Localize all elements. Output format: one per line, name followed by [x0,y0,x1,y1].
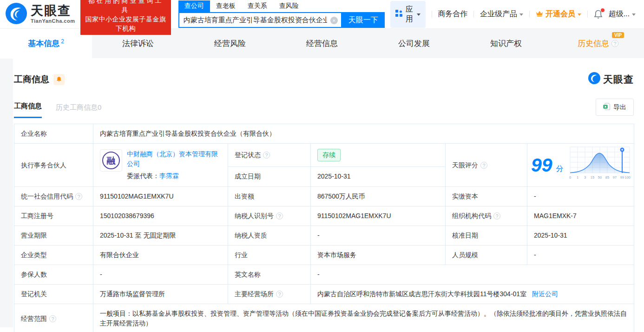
search-tab-boss[interactable]: 查老板 [210,0,242,12]
cooperation-label: 商务合作 [438,9,467,19]
question-icon[interactable]: ? [493,212,500,219]
apps-label: 应用 [406,5,414,24]
notification-bell-icon[interactable] [594,10,603,19]
vip-badge: VIP [612,32,624,38]
term-label: 营业期限 [14,226,93,246]
table-row: 企业名称 内蒙古培育重点产业引导基金股权投资合伙企业（有限合伙） [14,124,634,144]
tab-basic-info[interactable]: 基本信息 2 [0,29,92,58]
credit-code-label: 统一社会信用代码? [14,187,93,206]
partner-logo[interactable]: 融 [100,149,122,172]
reg-status-label: 登记状态? [228,144,311,167]
search-tab-relation[interactable]: 查关系 [242,0,273,12]
table-row: 企业类型 有限合伙企业 行业 资本市场服务 人员规模 - [14,246,634,265]
top-header: 天眼查 TianYanCha.com 都在用的商业查询工具 国家中小企业发展子基… [0,0,644,29]
company-name-label: 企业名称 [14,124,93,144]
approval-date-value: 2025-10-31 [527,226,634,246]
menu-open-vip[interactable]: 开通会员 [536,9,581,19]
question-icon[interactable]: ? [276,291,283,298]
rep-link[interactable]: 李霈霖 [159,172,179,179]
rep-label: 委派代表： [127,172,159,179]
super-vip-label: 超级... [609,9,630,19]
staff-size-label: 人员规模 [446,246,527,265]
label-text: 统一社会信用代码 [21,192,73,201]
question-icon[interactable]: ? [276,212,283,219]
tab-label: 历史信息 [578,38,609,49]
menu-enterprise[interactable]: 企业级产品 [480,9,523,19]
score-unit: 分 [556,164,564,173]
question-icon[interactable]: ? [263,152,270,159]
search-input[interactable] [179,13,341,27]
org-code-value: MAG1EMXK-7 [527,206,634,226]
question-icon[interactable]: ? [49,315,56,322]
export-label: 导出 [613,103,626,112]
partner-company-link[interactable]: 中财融商（北京）资本管理有限公司 [127,150,218,167]
score-cell[interactable]: 99 分 [527,144,634,187]
business-scope-value: 一般项目：以私募基金从事股权投资、投资管理、资产管理等活动（须在中国证券投资基金… [93,304,634,332]
search-row: × 天眼一下 [178,12,385,28]
divider [529,11,530,18]
tab-company-development[interactable]: 公司发展 [368,29,460,58]
svg-text:100: 100 [624,175,631,179]
tab-intellectual-property[interactable]: 知识产权 [460,29,552,58]
subtab-label: 历史工商信息 [56,103,98,111]
tianyancha-logo[interactable]: 天眼查 TianYanCha.com [6,3,75,26]
paid-capital-label: 实缴资本 [446,187,527,206]
svg-text:3: 3 [584,175,586,179]
company-name-value: 内蒙古培育重点产业引导基金股权投资合伙企业（有限合伙） [93,124,634,144]
export-button[interactable]: 导出 [596,99,634,116]
crown-icon [536,10,543,19]
company-type-label: 企业类型 [14,246,93,265]
partner-logo-char: 融 [102,152,120,169]
tab-count: 2 [61,38,64,45]
tab-label: 基本信息 [28,38,59,49]
score-value: 99 [531,156,552,175]
tab-operation-risk[interactable]: 经营风险 [184,29,276,58]
apps-grid-icon [395,10,402,19]
section-title: 工商信息 [14,73,49,86]
apps-menu[interactable]: 应用 [390,1,426,28]
subtab-count: 0 [98,103,101,111]
divider [587,11,588,18]
question-icon[interactable]: ? [611,40,618,47]
chevron-down-icon [578,13,581,18]
insured-label: 参保人数 [14,265,93,285]
svg-text:50: 50 [598,175,601,179]
svg-text:99: 99 [620,175,624,179]
search-tab-risk[interactable]: 查风险 [273,0,305,12]
approval-date-label: 核准日期 [446,226,527,246]
subtab-history-business-info[interactable]: 历史工商信息0 [56,103,101,118]
business-site-value: 内蒙古自治区呼和浩特市新城区成吉思汗东街大学科技园11号楼304-01室 附近公… [311,285,634,304]
reg-authority-value: 万通路市场监督管理所 [93,285,228,304]
subtab-business-info[interactable]: 工商信息 [14,102,42,118]
clear-search-icon[interactable]: × [330,17,338,24]
question-icon[interactable]: ? [75,193,82,200]
nearby-companies-link[interactable]: 附近公司 [532,290,558,298]
score-label: 天眼评分? [446,144,527,187]
menu-super-vip[interactable]: 超级... [609,9,636,19]
left-gutter [0,59,13,327]
tab-operation-info[interactable]: 经营信息 [276,29,368,58]
question-icon[interactable]: ? [480,162,487,169]
search-tab-company[interactable]: 查公司 [178,0,210,12]
enterprise-label: 企业级产品 [480,9,517,19]
business-info-section: 工商信息 天眼查 工商信息 历史工商信息0 导出 企业名称 内蒙古培育重点产业引… [0,72,644,332]
search-button[interactable]: 天眼一下 [342,12,385,28]
taxpayer-id-value: 91150102MAG1EMXK7U [311,206,446,226]
company-type-value: 有限合伙企业 [93,246,228,265]
org-code-label: 组织机构代码? [446,206,527,226]
slogan-line2: 国家中小企业发展子基金旗下机构 [85,14,166,33]
tab-history-info[interactable]: VIP 历史信息 ? [552,29,644,58]
tab-label: 经营风险 [214,38,246,49]
status-badge: 存续 [317,149,341,161]
divider [432,11,432,18]
tianyancha-eye-icon [6,3,27,26]
reg-number-value: 150102038679396 [93,206,228,226]
menu-cooperation[interactable]: 商务合作 [438,9,467,19]
svg-text:0: 0 [569,175,571,179]
monitor-bell-icon[interactable] [53,74,65,85]
address-text: 内蒙古自治区呼和浩特市新城区成吉思汗东街大学科技园11号楼304-01室 [317,290,526,298]
open-vip-label: 开通会员 [545,9,575,19]
label-text: 天眼评分 [452,160,478,170]
tab-label: 知识产权 [490,38,522,49]
divider [473,11,474,18]
